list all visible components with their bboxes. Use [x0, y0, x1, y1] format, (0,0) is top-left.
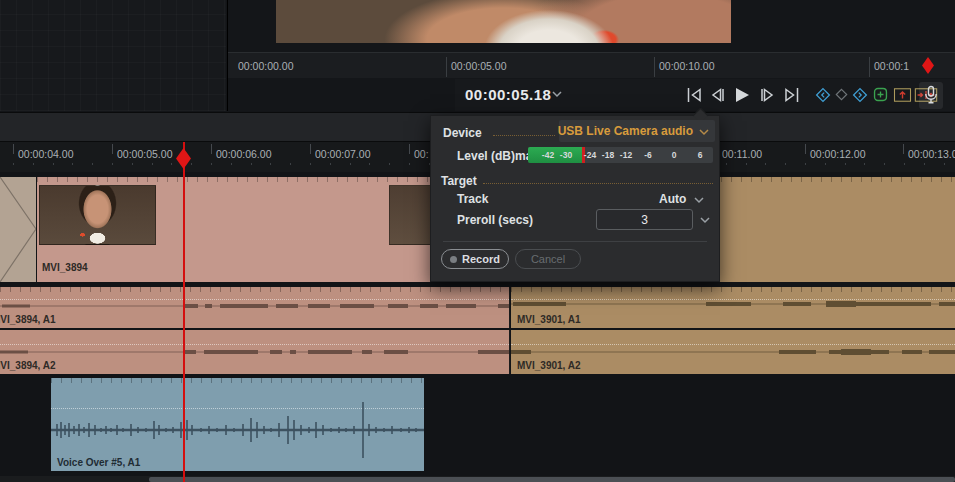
- go-to-end-icon[interactable]: [782, 85, 802, 105]
- record-button[interactable]: Record: [441, 249, 509, 269]
- current-timecode[interactable]: 00:00:05.18: [465, 86, 551, 103]
- ruler-tick: [112, 144, 113, 154]
- ruler-timecode: 00:: [414, 148, 429, 160]
- microphone-icon: [923, 85, 939, 106]
- audio-waveform: [0, 287, 510, 328]
- meter-tick: 6: [698, 150, 703, 160]
- voiceover-record-tool[interactable]: [919, 82, 943, 109]
- ruler-tick: [654, 57, 655, 77]
- record-dot-icon: [450, 256, 457, 263]
- voiceover-settings-popup: Device USB Live Camera audio Level (dB)m…: [430, 115, 720, 282]
- dotted-rule: [493, 135, 555, 136]
- viewer-ruler-timecode: 00:00:10.00: [659, 60, 714, 72]
- target-label: Target: [441, 174, 477, 188]
- horizontal-scrollbar[interactable]: [0, 476, 955, 482]
- device-dropdown[interactable]: USB Live Camera audio: [559, 120, 715, 142]
- meter-tick: -12: [620, 150, 632, 160]
- step-forward-icon[interactable]: [758, 85, 778, 105]
- audio-clip-voiceover[interactable]: Voice Over #5, A1: [51, 378, 424, 471]
- chevron-down-icon[interactable]: [699, 216, 711, 224]
- step-back-icon[interactable]: [707, 85, 727, 105]
- audio-clip-mvi-3894-a2[interactable]: MVI_3894, A2: [0, 330, 510, 374]
- transport-bar: 00:00:05.18: [455, 79, 955, 111]
- audio-clip-mvi-3901-a2[interactable]: MVI_3901, A2: [511, 330, 955, 374]
- dotted-rule: [483, 183, 713, 184]
- ruler-timecode: 00:00:06.00: [216, 148, 271, 160]
- keyframe-previous-icon[interactable]: [815, 87, 831, 103]
- clip-label: Voice Over #5, A1: [57, 457, 140, 468]
- clip-label: MVI_3894: [42, 262, 88, 273]
- audio-clip-mvi-3901-a1[interactable]: MVI_3901, A1: [511, 287, 955, 328]
- track-label: Track: [457, 192, 488, 206]
- level-meter-fill: [528, 147, 582, 163]
- level-meter: -42 -30 -24 -18 -12 -6 0 6: [528, 147, 713, 163]
- cancel-button-label: Cancel: [531, 253, 565, 265]
- audio-waveform: [0, 330, 510, 374]
- app-window: 00:00:00.00 00:00:05.00 00:00:10.00 00:0…: [0, 0, 955, 482]
- insert-clip-icon[interactable]: [872, 86, 889, 103]
- clip-label: MVI_3894, A2: [0, 360, 56, 371]
- scrollbar-thumb[interactable]: [149, 477, 955, 482]
- popup-divider: [443, 241, 707, 242]
- ruler-tick: [409, 144, 410, 154]
- ruler-tick: [310, 144, 311, 154]
- ruler-timecode: 00:00:12.00: [810, 148, 865, 160]
- clip-label: MVI_3901, A1: [517, 314, 581, 325]
- ruler-tick: [446, 57, 447, 77]
- ruler-tick: [805, 144, 806, 154]
- viewer-panel: 00:00:00.00 00:00:05.00 00:00:10.00 00:0…: [227, 0, 955, 111]
- meter-tick: 0: [672, 150, 677, 160]
- ruler-timecode: 00:00:05.00: [117, 148, 172, 160]
- ruler-tick: [869, 57, 870, 77]
- clip-cross-pattern: [0, 177, 36, 282]
- device-value: USB Live Camera audio: [558, 124, 693, 138]
- clip-label: MVI_3894, A1: [0, 314, 56, 325]
- clip-label: MVI_3901, A2: [517, 360, 581, 371]
- timeline-playhead[interactable]: [183, 142, 185, 482]
- ruler-timecode: 00:00:13.00: [908, 148, 955, 160]
- cancel-button[interactable]: Cancel: [515, 249, 581, 269]
- meter-tick: -30: [560, 150, 572, 160]
- audio-clip-mvi-3894-a1[interactable]: MVI_3894, A1: [0, 287, 510, 328]
- go-to-start-icon[interactable]: [684, 85, 704, 105]
- video-clip-tail[interactable]: [0, 177, 36, 282]
- meter-tick: -42: [542, 150, 554, 160]
- record-button-label: Record: [462, 253, 500, 265]
- ruler-tick: [13, 144, 14, 154]
- chevron-down-icon[interactable]: [693, 196, 705, 204]
- track-value-dropdown[interactable]: Auto: [659, 192, 686, 206]
- device-label: Device: [443, 126, 482, 140]
- mixer-blank-panel: [0, 0, 226, 111]
- timecode-chevron-down-icon[interactable]: [551, 90, 563, 98]
- viewer-ruler-timecode: 00:00:00.00: [238, 60, 293, 72]
- viewer-ruler-timecode: 00:00:1: [874, 60, 909, 72]
- meter-tick: -6: [644, 150, 652, 160]
- ruler-tick: [903, 144, 904, 154]
- keyframe-icon[interactable]: [835, 88, 848, 101]
- meter-tick: -24: [584, 150, 596, 160]
- viewer-timeline-ruler[interactable]: 00:00:00.00 00:00:05.00 00:00:10.00 00:0…: [228, 52, 955, 78]
- video-preview: [276, 0, 731, 43]
- clip-thumbnail: [39, 185, 156, 245]
- chevron-down-icon: [698, 128, 710, 136]
- ruler-timecode: 00:00:04.00: [18, 148, 73, 160]
- ruler-timecode: 00:11.00: [722, 148, 762, 160]
- ruler-tick: [211, 144, 212, 154]
- keyframe-next-icon[interactable]: [852, 87, 868, 103]
- ruler-timecode: 00:00:07.00: [315, 148, 370, 160]
- viewer-ruler-timecode: 00:00:05.00: [451, 60, 506, 72]
- play-button[interactable]: [732, 85, 752, 105]
- preroll-label: Preroll (secs): [457, 213, 533, 227]
- lift-edit-icon[interactable]: [893, 87, 912, 103]
- level-label: Level (dB)ma: [457, 149, 532, 163]
- meter-tick: -18: [602, 150, 614, 160]
- preroll-input[interactable]: [596, 209, 693, 230]
